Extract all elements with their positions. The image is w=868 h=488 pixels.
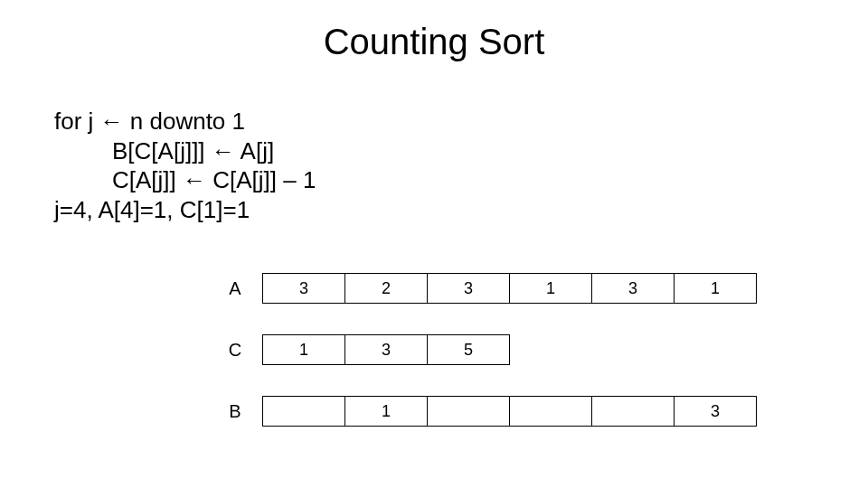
array-row-a: A 3 2 3 1 3 1 (208, 273, 757, 304)
cell-a-4: 3 (591, 273, 675, 304)
cell-c-1: 3 (344, 334, 428, 365)
cell-b-2 (427, 396, 510, 427)
array-row-c: C 1 3 5 (208, 334, 757, 365)
code-line-2: B[C[A[j]]] ← A[j] (54, 136, 316, 166)
arrays-area: A 3 2 3 1 3 1 C 1 3 5 B 1 (208, 273, 757, 427)
cell-b-3 (509, 396, 592, 427)
array-label-a: A (208, 278, 262, 299)
cell-a-5: 1 (674, 273, 757, 304)
cell-b-5: 3 (674, 396, 757, 427)
slide: Counting Sort for j ← n downto 1 B[C[A[j… (0, 0, 868, 488)
array-cells-a: 3 2 3 1 3 1 (262, 273, 757, 304)
cell-c-0: 1 (262, 334, 345, 365)
code-line-1: for j ← n downto 1 (54, 107, 316, 136)
cell-b-0 (262, 396, 345, 427)
array-cells-c: 1 3 5 (262, 334, 510, 365)
array-row-b: B 1 3 (208, 396, 757, 427)
cell-c-2: 5 (427, 334, 510, 365)
cell-a-2: 3 (427, 273, 510, 304)
code-line-3: C[A[j]] ← C[A[j]] – 1 (54, 165, 316, 195)
cell-b-4 (591, 396, 675, 427)
cell-a-3: 1 (509, 273, 592, 304)
array-cells-b: 1 3 (262, 396, 757, 427)
cell-b-1: 1 (344, 396, 428, 427)
slide-title: Counting Sort (0, 22, 868, 62)
array-label-c: C (208, 340, 262, 361)
pseudocode-block: for j ← n downto 1 B[C[A[j]]] ← A[j] C[A… (54, 107, 316, 224)
array-label-b: B (208, 401, 262, 422)
code-line-4: j=4, A[4]=1, C[1]=1 (54, 195, 316, 225)
cell-a-1: 2 (344, 273, 428, 304)
cell-a-0: 3 (262, 273, 345, 304)
